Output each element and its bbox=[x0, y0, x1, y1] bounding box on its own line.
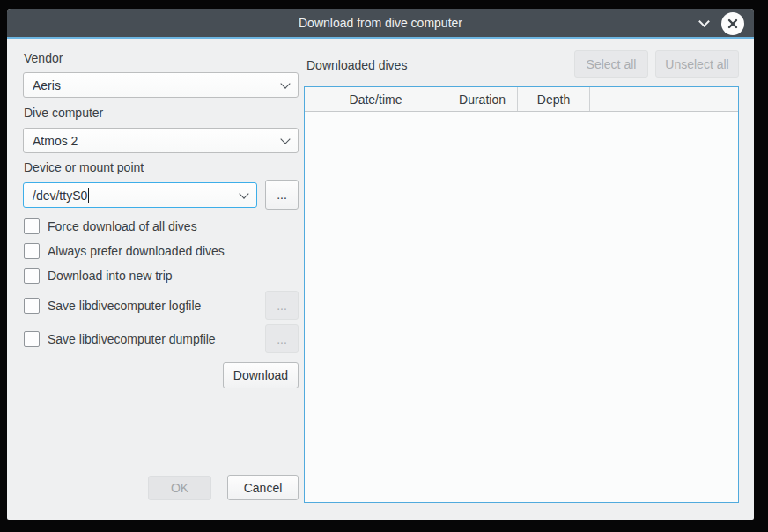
close-button[interactable] bbox=[721, 12, 744, 35]
prefer-downloaded-checkbox[interactable] bbox=[24, 243, 40, 259]
prefer-downloaded-row: Always prefer downloaded dives bbox=[24, 243, 225, 259]
save-logfile-label[interactable]: Save libdivecomputer logfile bbox=[48, 299, 201, 313]
force-download-row: Force download of all dives bbox=[24, 218, 197, 234]
chevron-down-icon bbox=[239, 188, 248, 198]
new-trip-checkbox[interactable] bbox=[24, 268, 40, 284]
column-header-duration[interactable]: Duration bbox=[447, 87, 518, 111]
desktop-background: { "colors": { "titlebar": "#474e55", "ac… bbox=[0, 0, 768, 532]
column-header-datetime[interactable]: Date/time bbox=[305, 87, 447, 111]
downloaded-dives-title: Downloaded dives bbox=[306, 58, 407, 72]
save-dumpfile-row: Save libdivecomputer dumpfile bbox=[24, 331, 216, 347]
vendor-selected-value: Aeris bbox=[33, 78, 61, 92]
save-dumpfile-checkbox[interactable] bbox=[24, 331, 40, 347]
vendor-label: Vendor bbox=[24, 51, 63, 65]
dive-computer-select[interactable]: Atmos 2 bbox=[23, 128, 299, 153]
device-value: /dev/ttyS0 bbox=[33, 188, 87, 203]
dumpfile-browse-button[interactable]: ... bbox=[265, 324, 299, 353]
logfile-browse-button[interactable]: ... bbox=[265, 291, 299, 320]
new-trip-row: Download into new trip bbox=[24, 268, 173, 284]
select-all-button[interactable]: Select all bbox=[574, 50, 648, 78]
unselect-all-button[interactable]: Unselect all bbox=[655, 50, 739, 78]
device-label: Device or mount point bbox=[24, 160, 144, 174]
vendor-select[interactable]: Aeris bbox=[23, 72, 299, 98]
device-browse-button[interactable]: ... bbox=[265, 180, 299, 210]
table-body-empty[interactable] bbox=[305, 113, 738, 502]
new-trip-label[interactable]: Download into new trip bbox=[48, 269, 173, 283]
save-dumpfile-label[interactable]: Save libdivecomputer dumpfile bbox=[48, 332, 216, 346]
chevron-down-icon bbox=[698, 16, 710, 27]
close-icon bbox=[727, 18, 738, 29]
downloaded-dives-table: Date/time Duration Depth bbox=[304, 86, 739, 503]
download-dialog-window: Download from dive computer Vendor Aeris… bbox=[7, 9, 754, 520]
download-button[interactable]: Download bbox=[223, 362, 299, 388]
column-header-empty[interactable] bbox=[590, 87, 738, 111]
window-title: Download from dive computer bbox=[7, 9, 754, 39]
table-header-row: Date/time Duration Depth bbox=[305, 87, 738, 112]
text-cursor bbox=[88, 188, 89, 203]
dive-computer-label: Dive computer bbox=[24, 106, 103, 120]
chevron-down-icon bbox=[280, 78, 290, 88]
save-logfile-row: Save libdivecomputer logfile bbox=[24, 298, 201, 314]
force-download-label[interactable]: Force download of all dives bbox=[48, 219, 197, 233]
ok-button[interactable]: OK bbox=[148, 476, 211, 500]
titlebar[interactable]: Download from dive computer bbox=[7, 9, 754, 39]
shade-button[interactable] bbox=[696, 17, 712, 31]
force-download-checkbox[interactable] bbox=[24, 218, 40, 234]
save-logfile-checkbox[interactable] bbox=[24, 298, 40, 314]
chevron-down-icon bbox=[280, 134, 290, 144]
prefer-downloaded-label[interactable]: Always prefer downloaded dives bbox=[48, 244, 225, 258]
dive-computer-selected-value: Atmos 2 bbox=[33, 134, 78, 148]
device-input[interactable]: /dev/ttyS0 bbox=[23, 182, 257, 208]
cancel-button[interactable]: Cancel bbox=[227, 475, 299, 500]
column-header-depth[interactable]: Depth bbox=[518, 87, 590, 111]
